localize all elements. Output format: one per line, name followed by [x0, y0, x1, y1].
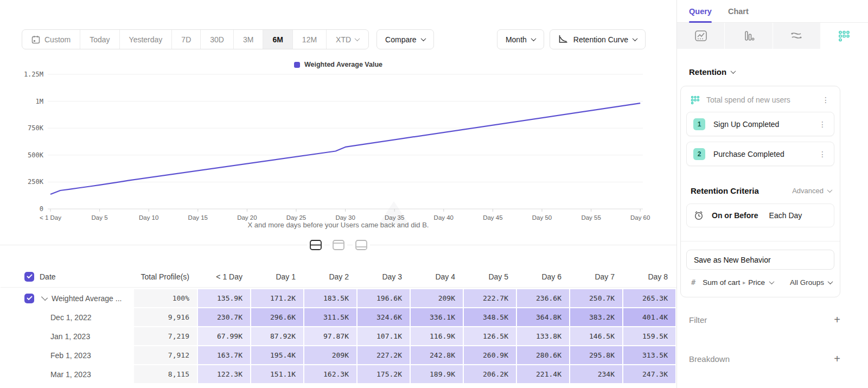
alarm-clock-icon [693, 210, 704, 221]
layout-chart-toggle[interactable] [330, 237, 347, 253]
range-yesterday[interactable]: Yesterday [119, 30, 172, 49]
behavior-header[interactable]: Total spend of new users ⋮ [686, 93, 835, 112]
svg-text:Day 55: Day 55 [581, 214, 601, 221]
retention-grid-icon [838, 30, 850, 42]
range-xtd[interactable]: XTD [326, 30, 368, 49]
total-profiles-cell: 100% [134, 289, 197, 307]
total-profiles-cell: 7,219 [134, 327, 197, 345]
add-filter-button[interactable]: + [834, 314, 840, 325]
layout-toggle-group [0, 237, 676, 253]
retention-value-cell: 336.1K [411, 308, 463, 326]
card-divider [681, 241, 840, 241]
range-3m[interactable]: 3M [233, 30, 263, 49]
row-label-text: Weighted Average ... [52, 294, 122, 303]
total-profiles-cell: 8,115 [134, 365, 197, 383]
chart-legend[interactable]: Weighted Average Value [0, 61, 676, 68]
row-label-date: Mar 1, 2023 [1, 365, 133, 383]
measure-label[interactable]: Sum of cart [703, 278, 740, 287]
breakdown-section: Breakdown + [689, 353, 840, 364]
range-label: 12M [302, 35, 317, 44]
range-6m[interactable]: 6M [263, 30, 292, 49]
step-row-2[interactable]: 2 Purchase Completed ⋮ [686, 142, 834, 166]
chevron-down-icon [828, 279, 833, 284]
chevron-down-icon [731, 68, 736, 74]
retention-value-cell: 189.9K [411, 365, 463, 383]
retention-value-cell: 146.5K [570, 327, 622, 345]
retention-value-cell: 227.2K [358, 346, 410, 364]
compare-label: Compare [385, 35, 417, 44]
row-label-weighted-average[interactable]: Weighted Average ... [1, 289, 133, 307]
retention-value-cell: 67.99K [198, 327, 250, 345]
range-12m[interactable]: 12M [292, 30, 326, 49]
col-header: Day 8 [623, 272, 675, 281]
retention-value-cell: 247.3K [623, 365, 675, 383]
svg-text:< 1 Day: < 1 Day [40, 214, 61, 221]
add-breakdown-button[interactable]: + [834, 353, 840, 364]
insights-view-tile[interactable] [677, 23, 724, 49]
step-row-1[interactable]: 1 Sign Up Completed ⋮ [686, 112, 834, 136]
layout-table-toggle[interactable] [353, 237, 370, 253]
tab-query[interactable]: Query [689, 0, 712, 22]
retention-value-cell: 162.3K [304, 365, 356, 383]
range-custom[interactable]: Custom [22, 30, 80, 49]
col-header: < 1 Day [198, 272, 250, 281]
row-expand-chevron-icon[interactable] [41, 294, 48, 301]
retention-value-cell: 126.5K [464, 327, 516, 345]
report-section-dropdown[interactable]: Retention [689, 67, 868, 77]
compare-button[interactable]: Compare [376, 29, 434, 49]
range-label: 6M [272, 35, 283, 44]
chevron-down-icon [420, 36, 426, 41]
layout-split-toggle[interactable] [307, 237, 324, 253]
retention-value-cell: 236.6K [517, 289, 569, 307]
retention-value-cell: 133.8K [517, 327, 569, 345]
svg-text:500K: 500K [28, 151, 44, 159]
advanced-dropdown[interactable]: Advanced [792, 187, 832, 195]
svg-text:250K: 250K [28, 178, 44, 186]
retention-value-cell: 151.1K [251, 365, 303, 383]
col-header: Day 6 [517, 272, 569, 281]
funnels-view-tile[interactable] [725, 23, 772, 49]
range-30d[interactable]: 30D [200, 30, 233, 49]
retention-value-cell: 311.5K [304, 308, 356, 326]
behavior-title: Total spend of new users [706, 96, 790, 104]
retention-line-chart[interactable]: 0250K500K750K1M1.25M< 1 DayDay 5Day 10Da… [0, 68, 676, 225]
retention-view-tile[interactable] [821, 23, 868, 49]
range-7d[interactable]: 7D [171, 30, 200, 49]
kebab-menu-icon[interactable]: ⋮ [816, 119, 828, 129]
retention-value-cell: 280.6K [517, 346, 569, 364]
check-icon [27, 274, 33, 279]
tab-chart[interactable]: Chart [728, 0, 749, 22]
range-label: 3M [243, 35, 253, 44]
svg-text:Day 15: Day 15 [188, 214, 208, 221]
retention-value-cell: 116.9K [411, 327, 463, 345]
flows-view-tile[interactable] [773, 23, 820, 49]
criteria-row[interactable]: On or Before Each Day [686, 203, 834, 227]
col-header: Day 1 [251, 272, 303, 281]
chart-type-dropdown[interactable]: Retention Curve [550, 29, 646, 49]
toolbar: CustomTodayYesterday7D30D3M6M12MXTD Comp… [22, 29, 646, 49]
all-groups-dropdown[interactable]: All Groups [790, 278, 832, 287]
retention-value-cell: 250.7K [570, 289, 622, 307]
measure-property[interactable]: Price [748, 278, 765, 287]
numeric-property-icon: # [691, 278, 695, 287]
range-today[interactable]: Today [80, 30, 119, 49]
table-row: Feb 1, 20237,912163.7K195.4K209K227.2K24… [1, 346, 676, 364]
svg-text:Day 35: Day 35 [385, 214, 404, 221]
measure-row: # Sum of cart ▸ Price All Groups [686, 270, 835, 295]
retention-value-cell: 364.8K [517, 308, 569, 326]
retention-value-cell: 196.6K [358, 289, 410, 307]
kebab-menu-icon[interactable]: ⋮ [816, 149, 828, 159]
select-all-checkbox[interactable] [24, 272, 34, 282]
granularity-dropdown[interactable]: Month [497, 29, 544, 49]
col-header: Day 4 [411, 272, 463, 281]
row-checkbox[interactable] [24, 294, 34, 303]
kebab-menu-icon[interactable]: ⋮ [820, 95, 832, 105]
save-as-new-behavior-button[interactable]: Save as New Behavior [686, 250, 834, 270]
range-label: Custom [44, 35, 71, 44]
table-header-row: Date Total Profile(s) < 1 Day Day 1 Day … [1, 266, 676, 288]
col-header-date: Date [40, 272, 56, 281]
row-label-text: Feb 1, 2023 [50, 351, 91, 360]
criteria-title: Retention Criteria [691, 186, 759, 195]
range-label: Today [90, 35, 110, 44]
step-number-badge: 2 [693, 148, 705, 160]
